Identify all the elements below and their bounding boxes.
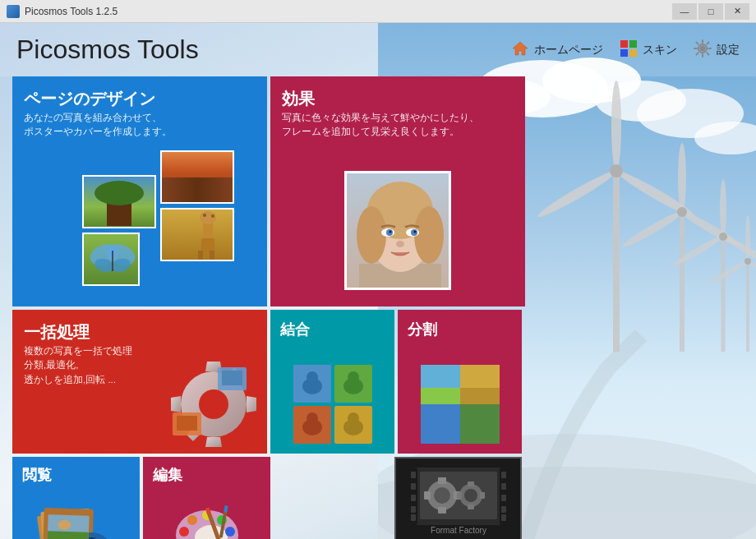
- titlebar-title: Picosmos Tools 1.2.5: [25, 6, 118, 17]
- tile-browse[interactable]: 閲覧: [12, 457, 140, 539]
- svg-rect-131: [424, 491, 431, 500]
- tile-design-title: ページのデザイン: [24, 88, 155, 110]
- svg-point-66: [199, 389, 228, 419]
- tile-batch-title: 一括処理: [24, 321, 90, 343]
- settings-nav-item[interactable]: 設定: [694, 39, 740, 60]
- tile-split-title: 分割: [408, 320, 437, 339]
- svg-point-47: [200, 211, 216, 224]
- tile-combine[interactable]: 結合: [270, 310, 394, 454]
- svg-rect-123: [501, 495, 506, 501]
- skin-nav-item[interactable]: スキン: [620, 39, 677, 60]
- row3-spacer: [274, 457, 398, 539]
- svg-rect-45: [198, 251, 203, 261]
- home-icon: [511, 40, 529, 59]
- svg-point-80: [307, 412, 318, 424]
- svg-rect-135: [468, 481, 474, 486]
- tile-effect[interactable]: 効果 写真に色々な効果を与えて鮮やかにしたり、フレームを追加して見栄え良くします…: [270, 76, 525, 306]
- main-area: Picosmos Tools ホームページ: [0, 23, 756, 539]
- tile-batch-desc: 複数の写真を一括で処理分類,最適化,透かしを追加,回転 ...: [24, 344, 260, 387]
- svg-point-105: [187, 515, 197, 525]
- skin-label: スキン: [643, 43, 677, 58]
- svg-rect-136: [468, 504, 474, 509]
- svg-point-22: [720, 179, 726, 237]
- tile-format-factory[interactable]: Format Factory Format Factory: [394, 457, 522, 539]
- svg-rect-116: [411, 472, 416, 478]
- svg-rect-26: [746, 261, 749, 352]
- svg-rect-122: [501, 483, 506, 490]
- titlebar-left: Picosmos Tools 1.2.5: [7, 5, 118, 18]
- titlebar: Picosmos Tools 1.2.5 — □ ✕: [0, 0, 756, 23]
- svg-rect-101: [47, 531, 88, 539]
- svg-point-17: [678, 143, 686, 212]
- svg-rect-46: [210, 251, 214, 261]
- svg-rect-32: [629, 40, 637, 48]
- svg-rect-129: [438, 477, 446, 484]
- svg-point-128: [434, 487, 450, 504]
- svg-point-30: [744, 258, 751, 265]
- close-button[interactable]: ✕: [725, 3, 749, 20]
- svg-point-76: [307, 371, 318, 383]
- svg-rect-130: [438, 507, 446, 514]
- svg-rect-31: [620, 40, 628, 48]
- svg-point-104: [179, 527, 189, 537]
- titlebar-controls: — □ ✕: [672, 3, 749, 20]
- tiles-container: ページのデザイン あなたの写真を組み合わせて、ポスターやカバーを作成します。: [12, 76, 530, 457]
- tile-design-desc: あなたの写真を組み合わせて、ポスターやカバーを作成します。: [24, 111, 260, 140]
- svg-rect-91: [460, 404, 500, 444]
- svg-point-48: [203, 214, 206, 217]
- svg-rect-87: [421, 388, 460, 404]
- svg-point-37: [701, 47, 704, 50]
- svg-point-49: [211, 214, 214, 218]
- svg-rect-124: [501, 506, 506, 513]
- svg-point-134: [464, 489, 477, 502]
- tile-edit[interactable]: 編集: [143, 457, 270, 539]
- design-collage: [82, 150, 263, 298]
- svg-rect-119: [411, 506, 416, 513]
- header: Picosmos Tools ホームページ: [0, 23, 756, 76]
- settings-label: 設定: [717, 43, 740, 58]
- svg-text:Format Factory: Format Factory: [431, 526, 486, 535]
- svg-point-64: [396, 241, 404, 247]
- svg-rect-120: [411, 514, 416, 521]
- svg-point-27: [745, 215, 750, 261]
- combine-collage: [292, 363, 374, 445]
- skin-icon: [620, 39, 638, 60]
- svg-rect-138: [480, 492, 485, 499]
- tile-design[interactable]: ページのデザイン あなたの写真を組み合わせて、ポスターやカバーを作成します。: [12, 76, 267, 306]
- tiles-row3: 閲覧: [12, 457, 522, 539]
- svg-rect-33: [620, 49, 628, 57]
- tile-split[interactable]: 分割: [398, 310, 522, 454]
- tile-browse-title: 閲覧: [22, 465, 52, 485]
- svg-point-82: [348, 412, 359, 424]
- svg-rect-89: [460, 388, 500, 404]
- svg-rect-11: [613, 171, 620, 352]
- svg-rect-16: [680, 212, 685, 352]
- svg-point-25: [719, 233, 727, 241]
- svg-rect-121: [501, 472, 506, 478]
- tile-combine-title: 結合: [280, 320, 310, 339]
- home-nav-item[interactable]: ホームページ: [511, 40, 603, 59]
- svg-rect-117: [411, 483, 416, 490]
- tile-batch[interactable]: 一括処理 複数の写真を一括で処理分類,最適化,透かしを追加,回転 ...: [12, 310, 267, 454]
- maximize-button[interactable]: □: [698, 3, 723, 20]
- split-collage: [419, 363, 501, 445]
- svg-point-56: [357, 206, 386, 264]
- svg-rect-125: [501, 514, 506, 521]
- tile-effect-desc: 写真に色々な効果を与えて鮮やかにしたり、フレームを追加して見栄え良くします。: [282, 111, 519, 140]
- svg-rect-137: [457, 492, 462, 499]
- format-factory-image: Format Factory: [396, 458, 520, 539]
- settings-icon: [694, 39, 712, 60]
- svg-point-78: [348, 371, 359, 383]
- effect-portrait: [344, 171, 451, 290]
- tile-edit-title: 編集: [153, 465, 182, 485]
- svg-point-63: [414, 231, 417, 233]
- app-title: Picosmos Tools: [16, 35, 199, 65]
- svg-rect-118: [411, 495, 416, 501]
- app-icon: [7, 5, 20, 18]
- svg-rect-34: [629, 49, 637, 57]
- svg-point-12: [611, 81, 621, 171]
- header-nav: ホームページ スキン: [511, 39, 740, 60]
- minimize-button[interactable]: —: [672, 3, 697, 20]
- home-label: ホームページ: [534, 43, 603, 58]
- svg-rect-112: [224, 505, 228, 513]
